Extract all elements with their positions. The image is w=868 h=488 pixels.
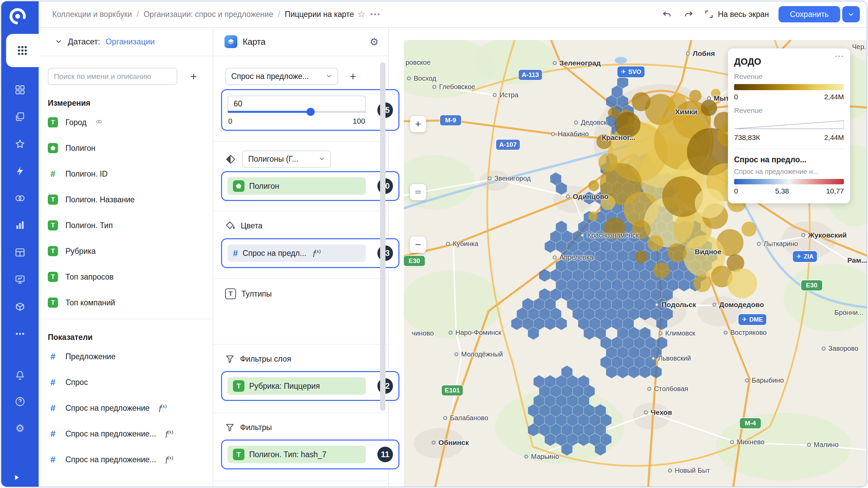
datasets-icon[interactable] — [14, 192, 26, 204]
charts-icon[interactable] — [14, 220, 26, 231]
city-dot — [724, 330, 728, 334]
fullscreen-button[interactable]: На весь экран — [704, 9, 769, 19]
monitoring-icon[interactable] — [14, 274, 26, 285]
map-widget[interactable]: ровскоеВосходЗеленоградЛобняПушкиноМытищ… — [404, 40, 867, 487]
field-row[interactable]: #Полигон. ID — [48, 164, 213, 184]
legend-color-max: 2,44M — [824, 93, 844, 101]
field-row[interactable]: #Спрос на предложение...f(x) — [48, 424, 213, 444]
more-actions-icon[interactable]: ••• — [370, 10, 381, 18]
field-search-input[interactable] — [48, 68, 177, 85]
fullscreen-label: На весь экран — [718, 10, 769, 19]
text-field-icon: T — [48, 246, 58, 256]
zoom-out-button[interactable]: − — [410, 237, 426, 253]
field-row[interactable]: #Предложение — [48, 347, 213, 366]
datalens-logo[interactable] — [7, 5, 28, 27]
chart-settings-gear-icon[interactable]: ⚙ — [370, 36, 379, 48]
field-row[interactable]: TГород — [48, 113, 213, 132]
plane-icon: ✈ — [742, 316, 747, 323]
settings-icon[interactable]: ⚙ — [14, 422, 26, 434]
map-legend: ⋯ ДОДО Revenue 0 2,44M Revenue 738,83К 2… — [728, 48, 850, 203]
field-row[interactable]: #Спрос — [48, 372, 213, 392]
map-city-label: Климовск — [658, 329, 695, 337]
more-services-icon[interactable] — [14, 328, 26, 340]
legend-color-min: 0 — [734, 93, 738, 101]
dataset-name-link[interactable]: Организации — [105, 37, 155, 46]
field-row[interactable]: TПолигон. Тип — [48, 216, 213, 235]
measure-tool-button[interactable] — [410, 184, 426, 200]
field-label: Топ компаний — [65, 298, 115, 307]
field-row[interactable]: TРубрика — [48, 241, 213, 261]
field-row[interactable]: #Спрос на предложениеf(x) — [48, 398, 213, 418]
city-dot — [524, 454, 528, 459]
add-layer-button[interactable]: + — [345, 68, 361, 85]
legend-title: ДОДО — [734, 57, 844, 67]
panel-scrollbar[interactable] — [380, 62, 386, 411]
breadcrumb-collections[interactable]: Коллекции и воркбуки — [52, 10, 132, 19]
filter-annotation: T Полигон. Тип: hash_7 11 — [221, 440, 399, 469]
colors-annotation: # Спрос на предл... f(x) 13 — [221, 238, 399, 268]
help-icon[interactable] — [14, 396, 26, 407]
filter-chip[interactable]: T Полигон. Тип: hash_7 — [228, 446, 366, 463]
slider-handle[interactable] — [307, 108, 315, 116]
city-dot — [566, 195, 570, 199]
field-row[interactable]: Полигон — [48, 138, 213, 158]
number-field-icon: # — [48, 169, 58, 179]
field-row[interactable]: TПолигон. Название — [48, 190, 213, 209]
colors-field-chip[interactable]: # Спрос на предл... f(x) — [228, 244, 366, 262]
connections-icon[interactable] — [14, 165, 26, 177]
notifications-icon[interactable] — [14, 369, 26, 381]
legend-color-label: Revenue — [734, 73, 844, 81]
field-row[interactable]: TТоп компаний — [48, 293, 213, 312]
demand-gradient-bar — [734, 179, 844, 184]
geopolygon-field-chip[interactable]: Полигон — [228, 177, 366, 195]
plane-icon: ✈ — [621, 68, 626, 76]
layer-filters-title: Фильтры слоя — [240, 354, 291, 364]
colors-title: Цвета — [241, 221, 262, 230]
undo-button[interactable] — [661, 8, 673, 20]
map-city-label: Малино — [807, 441, 839, 449]
tooltips-dropzone[interactable] — [213, 307, 388, 344]
zoom-in-button[interactable]: + — [410, 116, 426, 132]
map-city-label: Молодёжный — [454, 350, 503, 358]
field-row[interactable]: TТоп запросов — [48, 267, 213, 287]
city-dot — [712, 303, 716, 307]
city-dot — [668, 468, 672, 472]
redo-button[interactable] — [683, 8, 695, 20]
legend-more-icon[interactable]: ⋯ — [834, 50, 845, 62]
legend-demand-subtitle: Спрос на предложение н... — [734, 168, 844, 176]
save-button[interactable]: Сохранить — [778, 6, 840, 22]
field-label: Город — [65, 118, 86, 127]
opacity-slider[interactable] — [228, 111, 366, 113]
breadcrumb-separator: / — [278, 10, 280, 19]
map-city-label: Жуковский — [801, 231, 847, 239]
field-row[interactable]: #Спрос на предложение...f(x) — [48, 450, 213, 469]
slider-min-label: 0 — [228, 117, 232, 126]
apps-menu-button[interactable] — [6, 34, 39, 67]
formula-icon: f(x) — [165, 429, 173, 438]
dataset-header[interactable]: Датасет: Организации — [39, 28, 213, 56]
field-label: Спрос — [65, 378, 88, 387]
map-city-label: Барыбино — [745, 377, 784, 384]
tables-icon[interactable] — [14, 247, 26, 258]
breadcrumb-separator: / — [137, 10, 139, 19]
breadcrumb-workbook[interactable]: Организации: спрос и предложение — [143, 10, 273, 19]
chevron-down-icon — [55, 38, 62, 45]
favorites-icon[interactable] — [14, 138, 26, 150]
dashboards-icon[interactable] — [14, 84, 26, 96]
opacity-value-input[interactable] — [228, 96, 366, 112]
storage-icon[interactable] — [14, 301, 26, 312]
save-options-button[interactable] — [842, 6, 860, 22]
layer-select[interactable]: Спрос на предложе... — [225, 68, 338, 85]
favorite-star-icon[interactable]: ☆ — [357, 9, 366, 20]
add-field-button[interactable]: + — [185, 68, 202, 85]
collections-icon[interactable] — [14, 111, 26, 123]
geotype-select[interactable]: Полигоны (Г... — [242, 150, 331, 168]
divider — [39, 319, 213, 319]
city-dot — [493, 93, 497, 97]
field-label: Полигон. ID — [65, 169, 107, 179]
geotype-icon — [225, 154, 236, 165]
layer-filter-chip[interactable]: T Рубрика: Пиццерия — [228, 377, 366, 395]
city-dot — [449, 330, 453, 334]
collapse-rail-button[interactable] — [13, 474, 20, 483]
road-badge: Е30 — [404, 256, 425, 266]
